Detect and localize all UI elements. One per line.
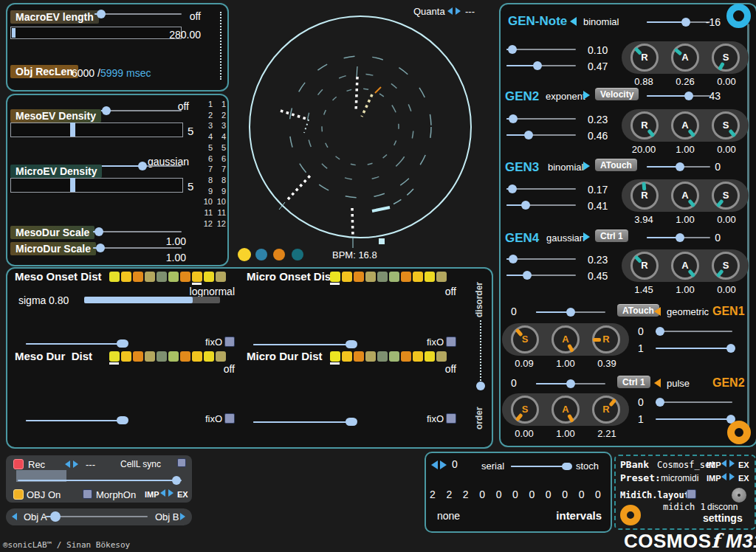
dist-cell[interactable] <box>401 351 411 362</box>
dist-cell[interactable] <box>121 351 131 362</box>
knob-R[interactable]: R <box>630 182 659 210</box>
dist-cell[interactable] <box>330 272 340 282</box>
macroev-position-bar[interactable] <box>10 27 182 39</box>
gen3-arrow-icon[interactable] <box>583 162 590 170</box>
dist-cell[interactable] <box>413 272 423 282</box>
gen4-slider-2[interactable] <box>506 271 576 280</box>
gen-note-slider-2[interactable] <box>506 61 576 70</box>
gen-note-slider-1[interactable] <box>506 45 576 54</box>
dist-cell[interactable] <box>145 351 155 362</box>
preset-value[interactable]: micromidi <box>661 473 698 483</box>
knob-A[interactable]: A <box>671 44 699 72</box>
midich-layout-checkbox[interactable] <box>687 489 696 499</box>
rec-checkbox[interactable] <box>13 459 24 469</box>
knob-A[interactable]: A <box>551 396 580 424</box>
mesoev-density-slider[interactable] <box>100 106 182 115</box>
dist-cell[interactable] <box>109 351 120 362</box>
cell-sync-checkbox[interactable] <box>177 458 186 467</box>
gen3-target-button[interactable]: ATouch <box>595 159 637 171</box>
value[interactable]: 2 <box>446 489 452 500</box>
value[interactable]: 0 <box>479 489 485 500</box>
dist-cell[interactable] <box>425 272 435 282</box>
dist-cell[interactable] <box>401 272 411 282</box>
dist-cell[interactable] <box>413 351 423 362</box>
out-gen2-r1-slider[interactable] <box>656 398 732 407</box>
pbank-activity-button[interactable] <box>620 505 641 525</box>
gen3-dist[interactable]: binomial <box>548 162 583 173</box>
dist-cell[interactable] <box>342 351 352 362</box>
dist-cell[interactable] <box>436 351 447 362</box>
micro-onset-fixo-checkbox[interactable] <box>446 337 456 347</box>
dist-cell[interactable] <box>365 351 376 362</box>
micro-dur-offset-slider[interactable] <box>253 418 355 427</box>
preset-ex-icon[interactable] <box>729 473 735 480</box>
gen2-target-button[interactable]: Velocity <box>595 88 639 100</box>
morph-on-checkbox[interactable] <box>83 489 92 499</box>
pbank-ex-icon[interactable] <box>729 460 735 467</box>
gen2-arrow-icon[interactable] <box>583 91 590 100</box>
value[interactable]: 0 <box>512 489 518 500</box>
dist-cell[interactable] <box>133 272 143 282</box>
intervals-prev-icon[interactable] <box>431 460 438 469</box>
micro-onset-offset-slider[interactable] <box>253 340 355 349</box>
dist-cell[interactable] <box>180 351 190 362</box>
dist-cell[interactable] <box>204 351 214 362</box>
gen3-slider-2[interactable] <box>506 201 576 210</box>
out-gen1-top-slider[interactable] <box>536 308 605 317</box>
value[interactable]: 0 <box>595 489 601 500</box>
value[interactable]: 0 <box>529 489 535 500</box>
value[interactable]: 0 <box>546 489 551 500</box>
meso-dur-offset-slider[interactable] <box>26 416 126 425</box>
dist-cell[interactable] <box>436 272 447 282</box>
obj-morph-slider[interactable] <box>46 512 148 521</box>
dist-cell[interactable] <box>377 351 388 362</box>
dist-cell[interactable] <box>168 272 179 282</box>
rec-position-slider[interactable] <box>18 476 182 485</box>
rec-next-icon[interactable] <box>73 460 78 468</box>
obj-b-arrow-icon[interactable] <box>180 513 185 520</box>
micro-dur-fixo-checkbox[interactable] <box>446 413 456 424</box>
knob-S[interactable]: S <box>712 111 740 139</box>
knob-R[interactable]: R <box>630 111 659 139</box>
gen4-slider-1[interactable] <box>506 255 576 263</box>
dist-cell[interactable] <box>180 272 190 282</box>
out-gen1-arrow-icon[interactable] <box>654 307 661 316</box>
rec-imp-icon[interactable] <box>160 489 165 497</box>
dist-cell[interactable] <box>133 351 143 362</box>
out-gen2-mode[interactable]: pulse <box>667 378 690 389</box>
knob-S[interactable]: S <box>511 396 539 424</box>
out-gen2-r2-slider[interactable] <box>656 415 732 424</box>
dist-cell[interactable] <box>168 351 179 362</box>
microev-density-bar[interactable] <box>10 178 183 193</box>
disconn-label[interactable]: disconn <box>707 502 738 512</box>
dist-cell[interactable] <box>192 272 202 282</box>
dist-cell[interactable] <box>354 351 364 362</box>
gen-note-arrow-icon[interactable] <box>570 17 577 26</box>
dist-cell[interactable] <box>365 272 376 282</box>
state-dot-teal[interactable] <box>292 249 303 261</box>
dist-cell[interactable] <box>109 272 120 282</box>
out-gen1-r2-slider[interactable] <box>656 344 732 353</box>
gen4-arrow-icon[interactable] <box>583 232 590 241</box>
midich-value[interactable]: midich 1 <box>663 502 706 512</box>
out-gen2-top-slider[interactable] <box>536 379 605 388</box>
pbank-imp-icon[interactable] <box>721 460 726 467</box>
knob-R[interactable]: R <box>592 325 620 353</box>
knob-A[interactable]: A <box>671 252 699 280</box>
out-gen1-r1-slider[interactable] <box>656 327 732 336</box>
dist-cell[interactable] <box>377 272 388 282</box>
gen2-slider-2[interactable] <box>506 131 576 139</box>
obj-on-checkbox[interactable] <box>13 489 24 500</box>
out-gen2-arrow-icon[interactable] <box>654 379 661 387</box>
dist-cell[interactable] <box>145 272 155 282</box>
rec-ex-icon[interactable] <box>168 489 173 497</box>
serial-stoch-slider[interactable] <box>511 462 571 471</box>
gen2-slider-1[interactable] <box>506 114 576 123</box>
knob-S[interactable]: S <box>712 252 740 280</box>
rec-prev-icon[interactable] <box>65 460 70 468</box>
knob-R[interactable]: R <box>630 252 659 280</box>
knob-R[interactable]: R <box>592 396 620 424</box>
value[interactable]: 0 <box>562 489 568 500</box>
dist-cell[interactable] <box>216 351 226 362</box>
value[interactable]: 0 <box>496 489 502 500</box>
